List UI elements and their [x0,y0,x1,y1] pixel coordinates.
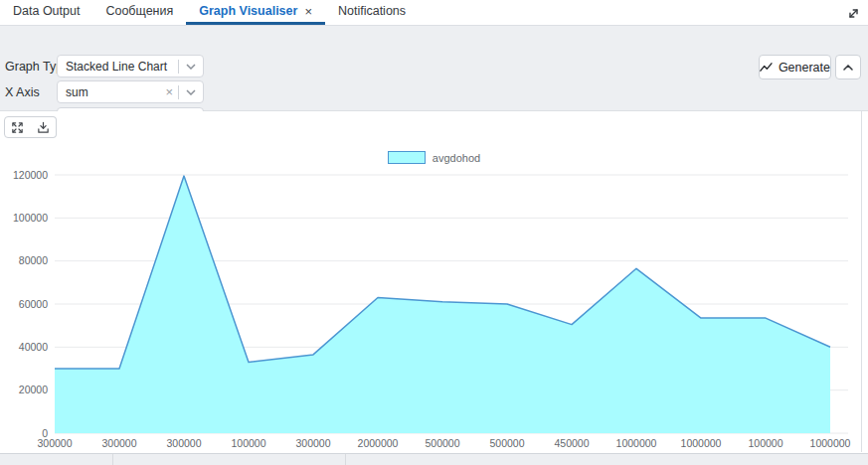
graph-type-select[interactable]: Stacked Line Chart [57,55,204,78]
tab-label: Сообщения [105,4,173,18]
tab-messages[interactable]: Сообщения [92,0,186,25]
divider [345,454,346,465]
tab-label: Notifications [338,4,406,18]
tab-notifications[interactable]: Notifications [325,0,419,25]
chevron-down-icon[interactable] [179,64,203,70]
area-chart[interactable]: 0200004000060000800001000001200003000003… [0,144,868,453]
chart-toolbar [0,111,868,142]
download-button[interactable] [30,116,57,138]
download-icon [37,121,50,134]
tab-close-icon[interactable]: × [304,5,312,18]
tab-bar: Data Output Сообщения Graph Visualiser ×… [0,0,868,26]
y-tick-label: 20000 [19,384,48,395]
graph-type-value: Stacked Line Chart [58,60,178,74]
collapse-panel-button[interactable] [835,55,861,79]
y-tick-label: 120000 [13,169,48,181]
clear-icon[interactable]: × [160,84,178,99]
x-tick-label: 300000 [295,437,330,449]
x-tick-label: 300000 [101,437,136,449]
fullscreen-icon [11,121,24,134]
x-tick-label: 300000 [166,437,201,449]
x-tick-label: 300000 [37,437,72,449]
x-axis-select[interactable]: sum × [57,80,204,103]
fullscreen-button[interactable] [4,116,31,138]
y-tick-label: 60000 [19,298,48,310]
chart-controls-panel: Graph Type Stacked Line Chart X Axis sum… [0,26,868,111]
x-tick-label: 500000 [425,437,459,449]
x-tick-label: 500000 [489,437,524,449]
x-tick-label: 450000 [554,437,589,449]
x-tick-label: 1000000 [616,437,657,449]
generate-label: Generate [779,61,830,75]
y-tick-label: 100000 [13,212,48,224]
x-tick-label: 2000000 [358,437,399,449]
tab-data-output[interactable]: Data Output [0,0,92,25]
x-tick-label: 100000 [231,437,265,449]
y-tick-label: 40000 [19,341,48,353]
line-chart-icon [760,62,773,73]
x-tick-label: 1000000 [810,437,851,449]
tab-label: Data Output [13,4,80,18]
panel-resize-icon[interactable] [844,4,862,22]
graph-visualiser-panel: Data Output Сообщения Graph Visualiser ×… [0,0,868,465]
chevron-up-icon [843,65,853,71]
tab-graph-visualiser[interactable]: Graph Visualiser × [186,0,325,25]
x-axis-label: X Axis [5,85,40,99]
chevron-down-icon[interactable] [179,89,203,95]
divider [112,454,113,465]
bottom-panel-edge [0,453,868,465]
y-tick-label: 80000 [19,254,48,266]
x-tick-label: 100000 [748,437,782,449]
generate-button[interactable]: Generate [759,55,831,79]
tab-label: Graph Visualiser [199,4,297,18]
x-tick-label: 1000000 [681,437,722,449]
x-axis-value: sum [58,85,160,99]
panel-right-border [861,111,862,452]
